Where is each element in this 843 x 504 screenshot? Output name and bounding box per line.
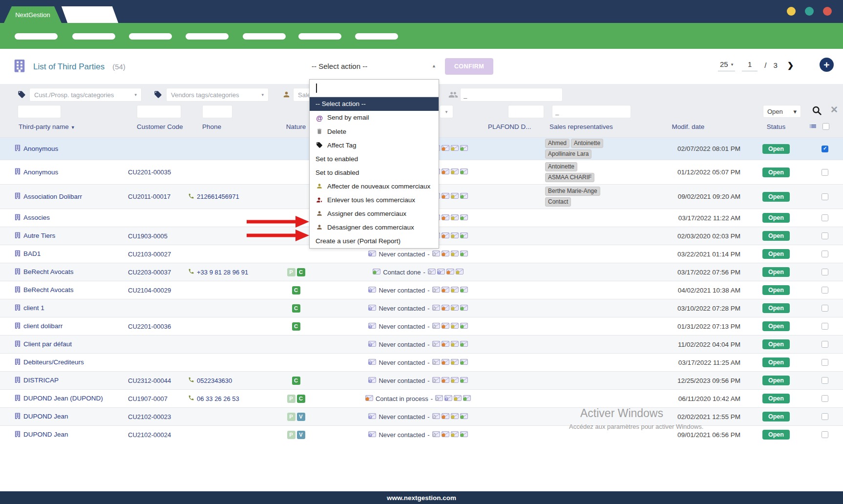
nav-menu-item-2[interactable] <box>72 33 115 40</box>
next-page-button[interactable]: ❯ <box>787 61 794 70</box>
set-prospect-status-icon[interactable] <box>451 251 459 258</box>
select-fields-icon[interactable] <box>809 122 817 132</box>
phone-cell[interactable]: 0522343630 <box>188 377 262 384</box>
set-prospect-status-icon[interactable] <box>460 377 468 384</box>
phone-cell[interactable]: +33 9 81 28 96 91 <box>188 268 262 276</box>
menu-item-assigner-des-commerciaux[interactable]: Assigner des commerciaux <box>310 207 439 221</box>
set-prospect-status-icon[interactable] <box>442 377 449 384</box>
header-sales-representatives[interactable]: Sales representatives <box>549 123 613 130</box>
confirm-button[interactable]: CONFIRM <box>445 58 493 75</box>
set-prospect-status-icon[interactable] <box>451 214 459 222</box>
nav-menu-item-6[interactable] <box>298 33 341 40</box>
row-checkbox[interactable] <box>822 169 828 176</box>
code-filter-input[interactable] <box>137 105 181 118</box>
phone-cell[interactable]: 212661456971 <box>188 193 262 201</box>
rep-search-input[interactable] <box>461 88 562 101</box>
row-checkbox[interactable] <box>822 193 828 200</box>
set-prospect-status-icon[interactable]: × <box>432 359 440 366</box>
thirdparty-name-link[interactable]: Anonymous <box>0 145 128 153</box>
menu-item-set-to-disabled[interactable]: Set to disabled <box>310 166 439 180</box>
header-status[interactable]: Status <box>745 123 807 130</box>
set-prospect-status-icon[interactable]: × <box>432 431 440 439</box>
menu-item-send-by-email[interactable]: @Send by email <box>310 111 439 125</box>
set-prospect-status-icon[interactable]: × <box>432 323 440 330</box>
set-prospect-status-icon[interactable] <box>451 232 459 240</box>
set-prospect-status-icon[interactable] <box>451 305 459 312</box>
sales-rep-chip[interactable]: Contact <box>545 197 571 207</box>
row-checkbox[interactable] <box>822 323 828 330</box>
row-checkbox[interactable] <box>822 431 828 438</box>
status-filter-select[interactable]: Open ▾ <box>763 105 801 118</box>
set-prospect-status-icon[interactable] <box>442 145 449 152</box>
sales-rep-chip[interactable]: Ahmed <box>545 139 569 148</box>
set-prospect-status-icon[interactable] <box>460 359 468 366</box>
row-checkbox[interactable] <box>822 269 828 275</box>
set-prospect-status-icon[interactable] <box>442 431 449 439</box>
chevron-up-icon[interactable]: ▲ <box>432 63 436 68</box>
prospect-filter-select[interactable]: ▾ <box>440 105 453 118</box>
thirdparty-name-link[interactable]: BAD1 <box>0 250 128 258</box>
reps-filter-input[interactable] <box>552 105 631 118</box>
set-prospect-status-icon[interactable] <box>460 341 468 348</box>
set-prospect-status-icon[interactable] <box>460 232 468 240</box>
header-thirdparty-name[interactable]: Third-party name▼ <box>19 123 75 130</box>
nav-menu-item-7[interactable] <box>355 33 398 40</box>
set-prospect-status-icon[interactable] <box>460 251 468 258</box>
menu-item-set-to-enabled[interactable]: Set to enabled <box>310 152 439 166</box>
set-prospect-status-icon[interactable] <box>460 193 468 200</box>
set-prospect-status-icon[interactable] <box>442 413 449 420</box>
thirdparty-name-link[interactable]: DISTRICAP <box>0 377 128 385</box>
page-number-input[interactable]: 1 <box>742 59 758 71</box>
thirdparty-name-link[interactable]: Association Dolibarr <box>0 192 128 201</box>
bulk-action-select[interactable]: -- Select action -- <box>312 62 367 70</box>
cust-tags-select[interactable]: Cust./Prosp. tags/categories▾ <box>29 88 142 102</box>
header-modif-date[interactable]: Modif. date <box>631 123 745 130</box>
set-prospect-status-icon[interactable] <box>460 305 468 312</box>
menu-item-delete[interactable]: Delete <box>310 125 439 139</box>
set-prospect-status-icon[interactable] <box>442 287 449 294</box>
thirdparty-name-link[interactable]: client 1 <box>0 304 128 313</box>
set-prospect-status-icon[interactable] <box>451 413 459 420</box>
plafond-filter-input[interactable] <box>508 105 544 118</box>
thirdparty-name-link[interactable]: Associes <box>0 214 128 222</box>
set-prospect-status-icon[interactable] <box>460 413 468 420</box>
header-plafond[interactable]: PLAFOND D... <box>488 123 531 130</box>
header-phone[interactable]: Phone <box>202 123 221 130</box>
row-checkbox[interactable] <box>822 377 828 384</box>
nav-menu-item-1[interactable] <box>15 33 58 40</box>
thirdparty-name-link[interactable]: Anonymous <box>0 168 128 176</box>
nav-menu-item-5[interactable] <box>243 33 286 40</box>
thirdparty-name-link[interactable]: client dolibarr <box>0 322 128 331</box>
search-icon[interactable] <box>812 105 822 116</box>
set-prospect-status-icon[interactable] <box>463 395 471 402</box>
set-prospect-status-icon[interactable] <box>446 269 454 276</box>
set-prospect-status-icon[interactable] <box>451 287 459 294</box>
nav-menu-item-3[interactable] <box>129 33 172 40</box>
set-prospect-status-icon[interactable]: × <box>432 341 440 348</box>
set-prospect-status-icon[interactable] <box>442 359 449 366</box>
menu-item-select-action[interactable]: -- Select action -- <box>310 97 439 111</box>
phone-cell[interactable]: 06 33 26 26 53 <box>188 395 262 402</box>
set-prospect-status-icon[interactable] <box>460 287 468 294</box>
set-prospect-status-icon[interactable] <box>451 431 459 439</box>
set-prospect-status-icon[interactable] <box>442 232 449 240</box>
set-prospect-status-icon[interactable]: × <box>435 395 443 402</box>
sales-rep-chip[interactable]: Berthe Marie-Ange <box>545 187 600 196</box>
set-prospect-status-icon[interactable] <box>442 193 449 200</box>
thirdparty-name-link[interactable]: Debiteurs/Crediteurs <box>0 358 128 367</box>
row-checkbox[interactable] <box>822 413 828 420</box>
set-prospect-status-icon[interactable] <box>442 323 449 330</box>
set-prospect-status-icon[interactable] <box>451 323 459 330</box>
row-checkbox[interactable] <box>822 395 828 402</box>
set-prospect-status-icon[interactable]: × <box>432 413 440 420</box>
thirdparty-name-link[interactable]: DUPOND Jean <box>0 413 128 421</box>
set-prospect-status-icon[interactable] <box>442 168 449 176</box>
set-prospect-status-icon[interactable] <box>442 341 449 348</box>
set-prospect-status-icon[interactable] <box>451 145 459 152</box>
set-prospect-status-icon[interactable] <box>442 305 449 312</box>
sales-rep-chip[interactable]: ASMAA CHARIF <box>545 173 594 182</box>
footer-link[interactable]: www.nextgestion.com <box>387 494 456 502</box>
menu-item-affect-tag[interactable]: Affect Tag <box>310 139 439 152</box>
secondary-tab-placeholder[interactable] <box>62 6 118 23</box>
set-prospect-status-icon[interactable] <box>451 168 459 176</box>
